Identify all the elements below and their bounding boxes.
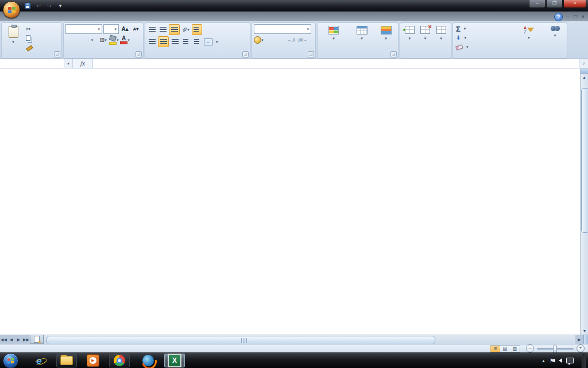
shrink-font-button[interactable]: A▾ — [131, 24, 141, 34]
align-top-button[interactable] — [147, 25, 157, 34]
merge-center-button[interactable]: ↔ — [203, 37, 219, 47]
taskbar-file-explorer[interactable] — [56, 354, 77, 367]
minimize-button[interactable]: – — [529, 0, 546, 8]
prev-sheet-icon[interactable]: ◀ — [7, 335, 15, 344]
fill-button[interactable]: ⬇ — [455, 33, 513, 43]
close-button[interactable]: × — [563, 0, 586, 8]
align-bottom-button[interactable] — [169, 24, 180, 35]
conditional-formatting-icon — [328, 26, 339, 34]
zoom-in-button[interactable]: + — [577, 344, 585, 352]
number-dialog-launcher-icon[interactable]: ◿ — [308, 51, 314, 57]
styles-dialog-launcher-icon[interactable]: ◿ — [390, 51, 397, 57]
vertical-split-handle[interactable] — [581, 68, 588, 74]
borders-button[interactable]: ⊞ — [98, 35, 108, 45]
format-painter-button[interactable] — [25, 43, 36, 52]
bold-button[interactable] — [65, 35, 75, 45]
grow-font-button[interactable]: A▴ — [120, 24, 130, 34]
help-icon[interactable]: ? — [554, 13, 563, 21]
speaker-icon[interactable] — [559, 358, 562, 363]
scroll-right-icon[interactable]: ▶ — [575, 335, 583, 344]
show-desktop-button[interactable] — [582, 353, 586, 368]
shrink-font-icon: A▾ — [133, 26, 139, 32]
delete-cells-button[interactable]: ▾ — [419, 24, 432, 55]
cell-styles-button[interactable] — [376, 24, 396, 55]
vertical-scroll-thumb[interactable] — [581, 88, 588, 233]
orientation-button[interactable]: ab — [181, 25, 191, 34]
paste-button[interactable] — [3, 24, 23, 55]
conditional-formatting-button[interactable] — [319, 24, 348, 55]
zoom-out-button[interactable]: – — [526, 344, 534, 352]
insert-function-button[interactable]: fx — [73, 59, 93, 68]
italic-button[interactable] — [76, 35, 86, 45]
percent-style-button[interactable] — [265, 35, 274, 45]
scroll-up-icon[interactable]: ▲ — [581, 74, 588, 81]
font-color-button[interactable]: A — [120, 35, 130, 45]
restore-button[interactable]: ❐ — [546, 0, 563, 8]
normal-view-button[interactable]: ⊞ — [490, 346, 500, 352]
insert-cells-button[interactable]: ▾ — [402, 24, 417, 55]
taskbar-firefox[interactable] — [138, 354, 158, 367]
insert-worksheet-button[interactable] — [30, 335, 44, 344]
start-button[interactable] — [3, 353, 18, 368]
align-right-button[interactable] — [170, 37, 180, 47]
doc-close-icon[interactable]: × — [581, 13, 586, 21]
font-color-icon: A — [120, 36, 127, 44]
find-select-button[interactable] — [545, 24, 565, 55]
zoom-slider-thumb[interactable] — [553, 346, 557, 353]
decrease-indent-button[interactable] — [181, 37, 191, 47]
delete-cells-icon — [420, 26, 430, 34]
page-layout-view-button[interactable]: ▤ — [500, 346, 510, 352]
copy-button[interactable] — [25, 33, 36, 43]
format-as-table-button[interactable] — [348, 24, 376, 55]
horizontal-scroll-thumb[interactable] — [47, 336, 435, 344]
accounting-format-button[interactable] — [254, 35, 264, 45]
taskbar-media-player[interactable]: ▶ — [83, 354, 103, 367]
network-icon[interactable] — [566, 358, 574, 363]
name-box-dropdown-icon[interactable]: ▾ — [64, 59, 73, 68]
font-dialog-launcher-icon[interactable]: ◿ — [136, 51, 142, 57]
align-left-button[interactable] — [147, 37, 157, 47]
tray-expand-icon[interactable]: ▲ — [541, 359, 546, 363]
ribbon-group-pano: ✂ ◿ — [1, 22, 62, 59]
wrap-text-button[interactable] — [192, 24, 202, 35]
name-box[interactable] — [0, 59, 64, 68]
status-bar: ⊞ ▤ ▥ – + — [0, 344, 588, 352]
scroll-down-icon[interactable]: ▼ — [581, 327, 588, 335]
folder-icon — [60, 356, 73, 365]
zoom-slider[interactable] — [537, 348, 574, 350]
horizontal-scrollbar[interactable] — [44, 335, 575, 344]
clear-button[interactable] — [455, 43, 513, 52]
format-cells-button[interactable]: ▾ — [433, 24, 449, 55]
font-name-select[interactable] — [65, 24, 102, 34]
format-painter-icon — [26, 44, 33, 50]
taskbar-excel[interactable]: X — [164, 354, 185, 367]
office-button[interactable] — [3, 1, 20, 18]
cut-button[interactable]: ✂ — [25, 24, 36, 33]
first-sheet-icon[interactable]: ◀◀ — [0, 335, 7, 344]
taskbar-chrome[interactable] — [109, 354, 130, 367]
underline-button[interactable] — [87, 35, 97, 45]
doc-restore-icon[interactable]: □ — [572, 13, 578, 21]
last-sheet-icon[interactable]: ▶▶ — [22, 335, 30, 344]
page-break-view-button[interactable]: ▥ — [510, 346, 520, 352]
align-center-button[interactable] — [158, 36, 169, 47]
vertical-scrollbar[interactable]: ▲ ▼ — [580, 68, 588, 335]
increase-indent-button[interactable] — [192, 37, 202, 47]
taskbar-internet-explorer[interactable]: e — [29, 354, 49, 367]
fill-color-button[interactable] — [109, 35, 119, 45]
formula-input[interactable] — [93, 59, 579, 68]
expand-formula-bar-icon[interactable]: ▿ — [579, 59, 588, 68]
decrease-decimal-button[interactable]: ,00→ — [297, 35, 307, 45]
next-sheet-icon[interactable]: ▶ — [15, 335, 22, 344]
number-format-select[interactable] — [254, 24, 311, 34]
increase-decimal-button[interactable]: ←,0 — [287, 35, 296, 45]
pano-dialog-launcher-icon[interactable]: ◿ — [54, 51, 60, 57]
align-middle-button[interactable] — [158, 25, 168, 34]
comma-style-button[interactable] — [276, 35, 285, 45]
doc-minimize-icon[interactable]: – — [565, 13, 570, 21]
alignment-dialog-launcher-icon[interactable]: ◿ — [242, 51, 249, 57]
horizontal-split-handle[interactable] — [583, 335, 588, 344]
autosum-button[interactable]: Σ — [455, 24, 513, 33]
sort-filter-button[interactable]: AZ — [513, 24, 545, 55]
font-size-select[interactable] — [103, 24, 119, 34]
